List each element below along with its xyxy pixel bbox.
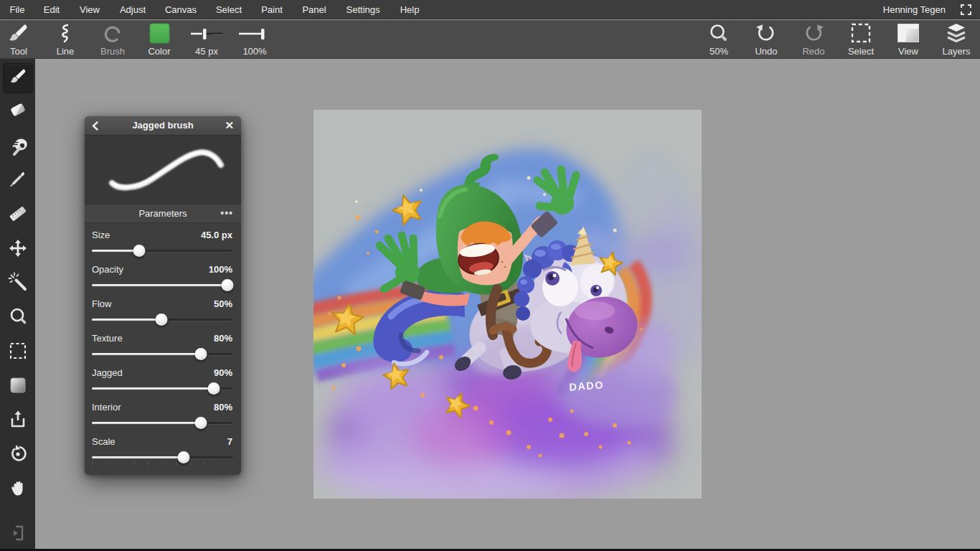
svg-text:DADO: DADO xyxy=(569,379,605,392)
